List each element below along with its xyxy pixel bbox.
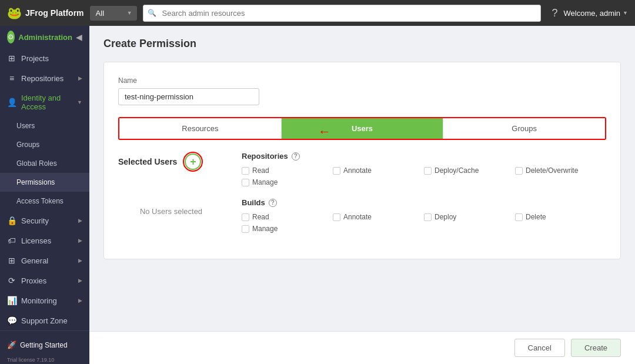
sidebar-item-label: Identity and Access — [21, 93, 72, 111]
chevron-down-icon: ▼ — [77, 99, 82, 105]
sidebar-item-users[interactable]: Users — [0, 116, 89, 135]
sidebar-item-label: Permissions — [16, 178, 55, 186]
builds-section-title: Builds ? — [242, 198, 606, 207]
builds-help-icon[interactable]: ? — [269, 199, 277, 207]
name-label: Name — [118, 76, 606, 85]
selected-users-title: Selected Users — [118, 157, 177, 166]
monitoring-icon: 📊 — [7, 296, 16, 305]
add-user-button[interactable]: + — [185, 153, 201, 170]
repo-manage-item: Manage — [242, 178, 333, 186]
sidebar-collapse-icon[interactable]: ◀ — [76, 32, 82, 42]
repo-read-checkbox[interactable] — [242, 167, 249, 175]
sidebar-item-label: Access Tokens — [16, 197, 63, 205]
tab-users[interactable]: Users — [282, 118, 444, 139]
sidebar-item-security[interactable]: 🔒 Security ▶ — [0, 211, 89, 231]
page-title: Create Permission — [103, 38, 621, 50]
user-menu[interactable]: Welcome, admin — [564, 9, 629, 18]
permission-tabs: Resources Users Groups — [118, 117, 606, 140]
repo-annotate-checkbox[interactable] — [333, 167, 340, 175]
build-read-checkbox[interactable] — [242, 213, 249, 221]
sidebar-item-permissions[interactable]: Permissions — [0, 173, 89, 192]
repo-deploy-item: Deploy/Cache — [424, 166, 515, 175]
repositories-section-title: Repositories ? — [242, 152, 606, 161]
name-field-group: Name — [118, 76, 606, 105]
sidebar-item-label: Licenses — [21, 236, 51, 245]
filter-select-wrap[interactable]: All — [90, 6, 137, 21]
sidebar-item-support-zone[interactable]: 💬 Support Zone — [0, 310, 89, 330]
repo-deploy-checkbox[interactable] — [424, 167, 432, 175]
repo-manage-checkbox[interactable] — [242, 179, 249, 186]
logo: 🐸 JFrog Platform — [7, 6, 84, 20]
chevron-right-icon: ▶ — [78, 298, 82, 303]
sidebar-item-groups[interactable]: Groups — [0, 135, 89, 154]
no-users-text: No Users selected — [118, 207, 224, 216]
build-deploy-label: Deploy — [435, 213, 456, 221]
repo-manage-label: Manage — [252, 178, 278, 186]
sidebar-item-label: Monitoring — [21, 296, 57, 305]
repo-annotate-item: Annotate — [333, 166, 424, 175]
build-delete-checkbox[interactable] — [515, 213, 523, 221]
selected-users-left: Selected Users + No Users selected — [118, 152, 224, 245]
build-manage-item: Manage — [242, 225, 333, 233]
licenses-icon: 🏷 — [7, 236, 16, 245]
repo-deploy-label: Deploy/Cache — [435, 166, 479, 175]
content-inner: Create Permission Name Resources Users G… — [89, 26, 635, 331]
search-input[interactable] — [143, 5, 542, 22]
logo-text: JFrog Platform — [25, 8, 84, 18]
general-icon: ⊞ — [7, 256, 16, 265]
gear-icon: ⚙ — [7, 31, 15, 44]
frog-icon: 🐸 — [7, 6, 22, 20]
build-manage-checkbox[interactable] — [242, 225, 249, 233]
repositories-icon: ≡ — [7, 74, 16, 83]
projects-icon: ⊞ — [7, 54, 16, 63]
license-info: Trial license 7.19.10 rev 71910500 Licen… — [7, 356, 82, 364]
sidebar-item-general[interactable]: ⊞ General ▶ — [0, 251, 89, 271]
sidebar-item-global-roles[interactable]: Global Roles — [0, 154, 89, 173]
chevron-right-icon: ▶ — [78, 218, 82, 223]
build-manage-label: Manage — [252, 225, 278, 233]
sidebar-item-identity-access[interactable]: 👤 Identity and Access ▼ — [0, 88, 89, 116]
help-icon[interactable]: ? — [552, 7, 557, 19]
getting-started-item[interactable]: 🚀 Getting Started — [7, 337, 82, 353]
build-annotate-checkbox[interactable] — [333, 213, 340, 221]
filter-select[interactable]: All — [90, 6, 137, 21]
build-deploy-checkbox[interactable] — [424, 213, 432, 221]
tabs-area: Resources Users Groups ← — [118, 117, 606, 140]
chevron-right-icon: ▶ — [78, 278, 82, 283]
sidebar-item-label: Projects — [21, 54, 49, 63]
getting-started-icon: 🚀 — [7, 340, 16, 349]
topbar: 🐸 JFrog Platform All ? Welcome, admin — [0, 0, 635, 26]
getting-started-label: Getting Started — [20, 341, 68, 349]
tab-resources[interactable]: Resources — [119, 118, 282, 139]
repositories-help-icon[interactable]: ? — [292, 152, 300, 161]
sidebar-item-projects[interactable]: ⊞ Projects — [0, 48, 89, 68]
create-button[interactable]: Create — [571, 339, 621, 357]
repo-delete-label: Delete/Overwrite — [526, 166, 578, 175]
sidebar-item-monitoring[interactable]: 📊 Monitoring ▶ — [0, 290, 89, 310]
name-input[interactable] — [118, 88, 259, 105]
repo-annotate-label: Annotate — [343, 166, 372, 175]
tab-groups[interactable]: Groups — [443, 118, 605, 139]
identity-icon: 👤 — [7, 98, 16, 107]
build-deploy-item: Deploy — [424, 213, 515, 221]
main-card: Name Resources Users Groups ← — [103, 62, 621, 259]
repo-read-item: Read — [242, 166, 333, 175]
cancel-button[interactable]: Cancel — [514, 339, 565, 357]
sidebar-bottom: 🚀 Getting Started Trial license 7.19.10 … — [0, 330, 89, 364]
build-annotate-label: Annotate — [343, 213, 372, 221]
sidebar-item-repositories[interactable]: ≡ Repositories ▶ — [0, 68, 89, 88]
support-icon: 💬 — [7, 316, 16, 325]
sidebar-item-proxies[interactable]: ⟳ Proxies ▶ — [0, 271, 89, 290]
repo-delete-checkbox[interactable] — [515, 167, 523, 175]
build-read-item: Read — [242, 213, 333, 221]
build-annotate-item: Annotate — [333, 213, 424, 221]
sidebar-item-label: Global Roles — [16, 159, 57, 168]
sidebar-item-label: Proxies — [21, 276, 46, 285]
proxies-icon: ⟳ — [7, 276, 16, 285]
repositories-checkboxes: Read Annotate Deploy/Cache — [242, 166, 606, 186]
sidebar-item-licenses[interactable]: 🏷 Licenses ▶ — [0, 231, 89, 251]
user-greeting: Welcome, admin — [564, 9, 621, 18]
selected-users-section: Selected Users + No Users selected Repos… — [118, 152, 606, 245]
sidebar-item-access-tokens[interactable]: Access Tokens — [0, 192, 89, 211]
sidebar-item-label: Users — [16, 122, 35, 130]
